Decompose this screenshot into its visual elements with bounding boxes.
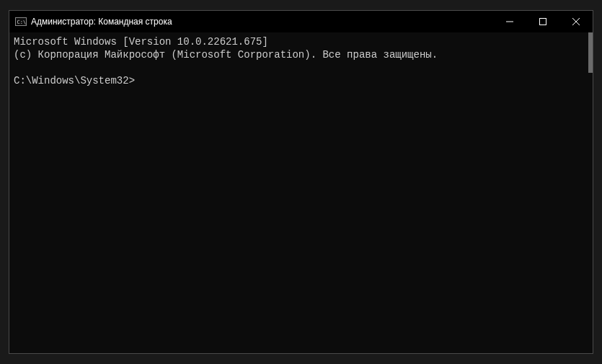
prompt: C:\Windows\System32> (14, 75, 135, 86)
svg-rect-3 (540, 19, 546, 25)
close-button[interactable] (559, 11, 593, 32)
output-line: (c) Корпорация Майкрософт (Microsoft Cor… (14, 49, 438, 61)
terminal-output: Microsoft Windows [Version 10.0.22621.67… (9, 32, 593, 90)
cmd-icon: C:\ (15, 16, 27, 27)
maximize-button[interactable] (526, 11, 559, 32)
output-line: Microsoft Windows [Version 10.0.22621.67… (14, 36, 268, 48)
minimize-button[interactable] (493, 11, 526, 32)
window-title: Администратор: Командная строка (31, 11, 493, 32)
svg-text:C:\: C:\ (17, 19, 27, 25)
scrollbar-thumb[interactable] (588, 32, 593, 73)
terminal-body[interactable]: Microsoft Windows [Version 10.0.22621.67… (9, 32, 593, 353)
cmd-window: C:\ Администратор: Командная строка Micr… (9, 10, 593, 354)
window-controls (493, 11, 593, 32)
cursor (135, 76, 141, 86)
titlebar[interactable]: C:\ Администратор: Командная строка (9, 11, 593, 32)
